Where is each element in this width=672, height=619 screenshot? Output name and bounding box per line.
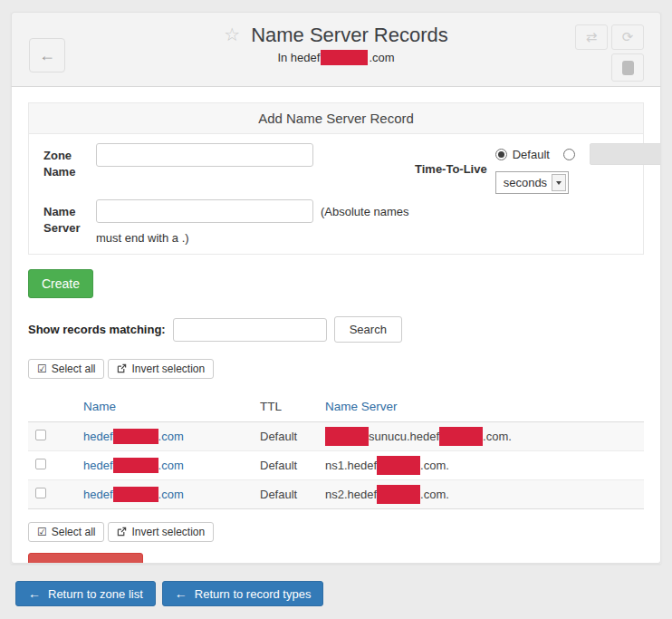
- search-label: Show records matching:: [28, 323, 166, 336]
- selection-buttons-bottom: ☑ Select all Invert selection: [28, 522, 644, 542]
- selection-buttons-top: ☑ Select all Invert selection: [28, 359, 644, 379]
- row-checkbox[interactable]: [35, 430, 46, 440]
- record-name-suffix: .com: [158, 430, 184, 443]
- footer-nav: ← Return to zone list ← Return to record…: [15, 581, 323, 606]
- header-actions: ⇄ ⟳: [575, 24, 644, 82]
- favorite-star-icon[interactable]: ☆: [224, 24, 240, 44]
- name-server-input[interactable]: [96, 199, 313, 223]
- record-name-link[interactable]: hedef.com: [83, 488, 184, 501]
- ttl-unit-selected: seconds: [496, 176, 547, 189]
- ns-text: .com.: [420, 459, 449, 472]
- record-name-server: sunucu.hedef.com.: [318, 422, 644, 451]
- select-all-button[interactable]: ☑ Select all: [28, 359, 104, 379]
- name-server-hint-1: (Absolute names: [321, 205, 409, 218]
- panel-toggle-button[interactable]: [611, 53, 644, 82]
- record-ttl: Default: [253, 480, 318, 509]
- refresh-icon: ⟳: [622, 29, 634, 45]
- back-button[interactable]: ←: [29, 38, 65, 73]
- ns-text: .com.: [483, 430, 512, 443]
- checked-box-icon: ☑: [37, 363, 47, 374]
- name-server-column-header[interactable]: Name Server: [318, 392, 644, 422]
- ns-text: sunucu.hedef: [369, 430, 439, 443]
- redaction-box: [325, 427, 369, 446]
- redaction-box: [113, 429, 158, 444]
- ttl-default-radio-label: Default: [513, 148, 550, 161]
- page-subtitle: In hedef.com: [12, 50, 660, 65]
- table-row: hedef.com Default ns1.hedef.com.: [28, 451, 644, 480]
- ns-text: ns2.hedef: [325, 488, 377, 501]
- ns-text: .com.: [420, 488, 449, 501]
- zone-name-input[interactable]: [96, 143, 313, 167]
- name-column-header[interactable]: Name: [76, 392, 253, 422]
- redaction-box: [113, 458, 158, 473]
- record-ttl: Default: [253, 422, 318, 451]
- delete-selected-button[interactable]: Delete Selected: [28, 553, 143, 564]
- panel-body: Zone Name Time-To-Live Default: [29, 134, 643, 254]
- subtitle-suffix: .com: [369, 51, 394, 64]
- return-zone-list-label: Return to zone list: [48, 587, 143, 601]
- row-checkbox[interactable]: [35, 488, 46, 498]
- ttl-custom-input[interactable]: [590, 143, 661, 165]
- left-arrow-icon: ←: [175, 587, 187, 600]
- chevron-down-icon: [552, 174, 566, 191]
- record-name-link[interactable]: hedef.com: [83, 459, 184, 472]
- select-all-button[interactable]: ☑ Select all: [28, 522, 104, 542]
- name-server-hint-2: must end with a .): [96, 231, 415, 245]
- search-button[interactable]: Search: [334, 316, 402, 343]
- return-record-types-label: Return to record types: [195, 587, 312, 601]
- header-center: ☆Name Server Records In hedef.com: [12, 13, 660, 65]
- return-to-record-types-button[interactable]: ← Return to record types: [162, 581, 324, 606]
- record-name-prefix: hedef: [83, 459, 113, 472]
- ttl-custom-radio[interactable]: [563, 149, 575, 160]
- redaction-box: [377, 485, 420, 504]
- panel-title: Add Name Server Record: [29, 103, 643, 134]
- invert-selection-button[interactable]: Invert selection: [108, 359, 214, 379]
- refresh-button[interactable]: ⟳: [611, 24, 644, 50]
- ttl-column-header: TTL: [253, 392, 318, 422]
- zone-name-label: Zone Name: [43, 143, 96, 194]
- create-button[interactable]: Create: [28, 269, 93, 298]
- redaction-box: [113, 487, 158, 502]
- record-name-server: ns1.hedef.com.: [318, 451, 644, 480]
- table-row: hedef.com Default sunucu.hedef.com.: [28, 422, 644, 451]
- page-header: ← ☆Name Server Records In hedef.com ⇄ ⟳: [11, 12, 661, 87]
- title-line: ☆Name Server Records: [12, 23, 660, 47]
- page-card: ← ☆Name Server Records In hedef.com ⇄ ⟳: [11, 12, 661, 564]
- row-checkbox[interactable]: [35, 459, 46, 469]
- records-table: Name TTL Name Server hedef.com Default s…: [28, 392, 644, 509]
- share-square-icon: [117, 527, 127, 538]
- name-server-label: Name Server: [43, 199, 96, 245]
- select-all-label: Select all: [52, 363, 96, 375]
- repeat-button[interactable]: ⇄: [575, 24, 608, 50]
- redaction-box: [321, 50, 368, 65]
- return-to-zone-list-button[interactable]: ← Return to zone list: [15, 581, 156, 606]
- record-ttl: Default: [253, 451, 318, 480]
- page-title: Name Server Records: [251, 24, 448, 46]
- search-row: Show records matching: Search: [28, 316, 644, 343]
- ttl-unit-select[interactable]: seconds: [495, 171, 569, 194]
- record-name-link[interactable]: hedef.com: [83, 430, 184, 443]
- main-content: Add Name Server Record Zone Name Time-To…: [11, 87, 661, 564]
- select-all-label: Select all: [52, 526, 96, 538]
- add-record-panel: Add Name Server Record Zone Name Time-To…: [28, 102, 644, 255]
- square-icon: [622, 61, 634, 75]
- checked-box-icon: ☑: [37, 527, 47, 537]
- checkbox-column-header: [28, 392, 76, 422]
- search-input[interactable]: [173, 318, 327, 342]
- record-name-prefix: hedef: [83, 430, 113, 443]
- invert-selection-button[interactable]: Invert selection: [108, 522, 214, 542]
- ttl-default-radio[interactable]: [495, 149, 507, 160]
- subtitle-prefix: In hedef: [277, 51, 320, 64]
- back-arrow-icon: ←: [39, 46, 55, 65]
- ttl-label: Time-To-Live: [415, 162, 487, 176]
- ns-text: ns1.hedef: [325, 459, 377, 472]
- invert-selection-label: Invert selection: [131, 526, 205, 538]
- record-name-suffix: .com: [158, 488, 184, 501]
- invert-selection-label: Invert selection: [131, 363, 205, 375]
- redaction-box: [377, 456, 420, 475]
- repeat-icon: ⇄: [586, 29, 598, 45]
- share-square-icon: [117, 363, 127, 375]
- redaction-box: [439, 427, 483, 446]
- record-name-prefix: hedef: [83, 488, 113, 501]
- record-name-suffix: .com: [158, 459, 184, 472]
